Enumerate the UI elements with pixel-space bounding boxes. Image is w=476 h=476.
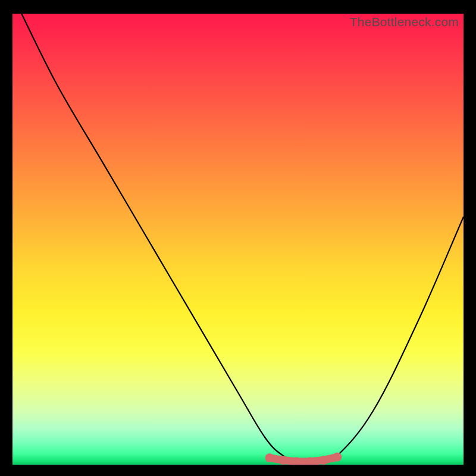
optimal-marker <box>278 456 287 465</box>
chart-frame: TheBottleneck.com <box>0 0 476 476</box>
optimal-markers-group <box>265 453 342 465</box>
bottleneck-curve-path <box>21 14 464 464</box>
optimal-marker <box>320 456 328 465</box>
optimal-marker <box>265 453 274 462</box>
curve-svg <box>12 14 464 465</box>
optimal-marker <box>333 453 342 462</box>
plot-area: TheBottleneck.com <box>12 14 464 465</box>
